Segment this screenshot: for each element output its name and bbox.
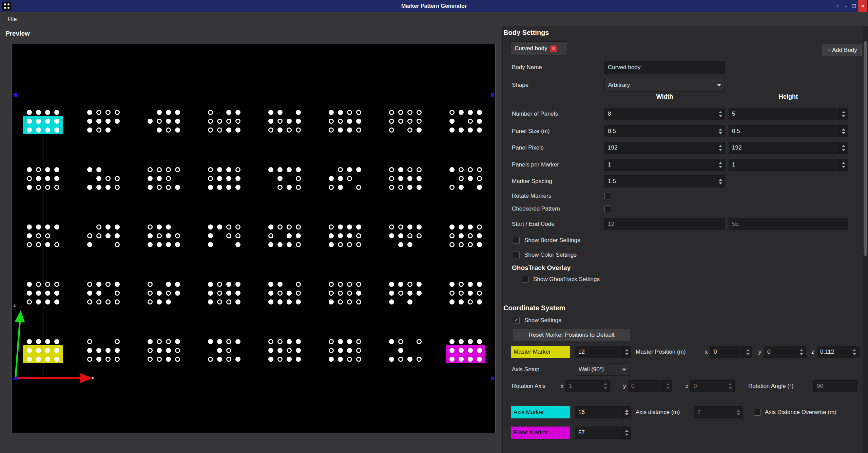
shade-button[interactable]: ↑ bbox=[834, 0, 842, 12]
axis-setup-select[interactable]: Wall (90°) bbox=[575, 363, 630, 376]
spin-down-icon[interactable] bbox=[625, 434, 629, 436]
marker-dot bbox=[105, 233, 111, 238]
spin-up-icon[interactable] bbox=[625, 410, 629, 412]
spin-up-icon[interactable] bbox=[842, 129, 845, 131]
scrollbar-thumb[interactable] bbox=[864, 41, 867, 256]
show-ghostrack-settings-checkbox[interactable] bbox=[522, 276, 528, 283]
spinner-arrows[interactable] bbox=[716, 142, 725, 154]
show-settings-checkbox[interactable]: ✓ bbox=[513, 317, 520, 324]
spinner-arrows[interactable] bbox=[839, 125, 848, 137]
spin-up-icon[interactable] bbox=[746, 349, 750, 351]
spin-up-icon[interactable] bbox=[842, 145, 845, 147]
spin-up-icon[interactable] bbox=[719, 162, 722, 164]
marker-dot bbox=[347, 357, 352, 362]
body-name-input[interactable]: Curved body bbox=[604, 61, 725, 74]
spin-down-icon[interactable] bbox=[625, 413, 629, 415]
body-corner-handle-bottom-right[interactable] bbox=[491, 377, 494, 380]
spinner-arrows[interactable] bbox=[622, 346, 631, 358]
marker-dot bbox=[157, 224, 162, 230]
number-of-panels-height-spinner[interactable]: 5 bbox=[729, 108, 848, 120]
spinner-arrows[interactable] bbox=[839, 108, 848, 120]
panel-size-width-spinner[interactable]: 0.5 bbox=[604, 125, 725, 137]
marker bbox=[87, 339, 120, 362]
start-code-input[interactable]: 12 bbox=[604, 218, 725, 230]
spin-up-icon[interactable] bbox=[800, 349, 803, 351]
spinner-arrows[interactable] bbox=[850, 346, 859, 358]
panels-per-marker-height-spinner[interactable]: 1 bbox=[729, 159, 848, 171]
spin-up-icon[interactable] bbox=[719, 111, 722, 113]
preview-viewport[interactable]: z x bbox=[12, 44, 496, 433]
rotate-markers-checkbox[interactable] bbox=[604, 193, 611, 199]
master-marker-spinner[interactable]: 12 bbox=[575, 346, 631, 358]
spin-down-icon[interactable] bbox=[625, 353, 629, 355]
marker-dot bbox=[87, 185, 92, 190]
spin-up-icon[interactable] bbox=[842, 111, 845, 113]
panel-pixels-width-spinner[interactable]: 192 bbox=[604, 142, 725, 154]
tab-curved-body[interactable]: Curved body ✕ bbox=[511, 41, 567, 55]
shape-select[interactable]: Arbitrary bbox=[604, 79, 725, 92]
minimize-button[interactable]: − bbox=[842, 0, 850, 12]
body-corner-handle-top-left[interactable] bbox=[14, 93, 17, 97]
show-border-settings-checkbox[interactable] bbox=[513, 237, 520, 244]
spin-down-icon[interactable] bbox=[746, 353, 750, 355]
spin-down-icon[interactable] bbox=[719, 149, 722, 151]
spinner-arrows[interactable] bbox=[716, 159, 725, 171]
marker bbox=[268, 224, 301, 247]
spinner-arrows[interactable] bbox=[716, 108, 725, 120]
checkered-pattern-checkbox[interactable] bbox=[604, 205, 611, 212]
axis-marker-spinner[interactable]: 16 bbox=[575, 406, 631, 418]
show-color-settings-checkbox[interactable] bbox=[513, 252, 520, 258]
body-corner-handle-top-right[interactable] bbox=[491, 93, 494, 97]
close-button[interactable]: ✕ bbox=[858, 0, 867, 12]
axis-distance-overwrite-checkbox[interactable] bbox=[754, 409, 761, 416]
spin-down-icon[interactable] bbox=[719, 115, 722, 117]
panels-per-marker-width-spinner[interactable]: 1 bbox=[604, 159, 725, 171]
number-of-panels-width-spinner[interactable]: 8 bbox=[604, 108, 725, 120]
master-position-x-spinner[interactable]: 0 bbox=[710, 346, 752, 358]
plane-marker-spinner[interactable]: 57 bbox=[575, 427, 631, 439]
marker-dot bbox=[296, 127, 301, 133]
rotation-angle-label: Rotation Angle (°) bbox=[748, 380, 793, 392]
add-body-button[interactable]: + Add Body bbox=[823, 44, 862, 56]
marker-dot bbox=[356, 348, 361, 353]
spin-up-icon[interactable] bbox=[719, 179, 722, 181]
spin-up-icon[interactable] bbox=[625, 430, 629, 432]
end-code-input[interactable]: 5b bbox=[729, 218, 848, 230]
spinner-arrows[interactable] bbox=[839, 142, 848, 154]
spin-down-icon[interactable] bbox=[719, 132, 722, 134]
marker-dot bbox=[459, 127, 464, 133]
spinner-arrows[interactable] bbox=[744, 346, 752, 358]
spinner-arrows[interactable] bbox=[622, 427, 631, 438]
spin-down-icon[interactable] bbox=[853, 353, 856, 355]
master-position-y-spinner[interactable]: 0 bbox=[764, 346, 806, 358]
spin-down-icon[interactable] bbox=[800, 353, 803, 355]
reset-marker-positions-button[interactable]: Reset Marker Positions to Default bbox=[513, 329, 630, 341]
spin-up-icon[interactable] bbox=[625, 349, 629, 351]
spinner-arrows[interactable] bbox=[839, 159, 848, 171]
marker bbox=[389, 110, 422, 133]
spin-up-icon[interactable] bbox=[719, 145, 722, 147]
spinner-arrows[interactable] bbox=[622, 407, 631, 418]
tab-close-icon[interactable]: ✕ bbox=[550, 45, 557, 52]
spin-up-icon[interactable] bbox=[719, 129, 722, 131]
spin-down-icon[interactable] bbox=[842, 115, 845, 117]
spin-down-icon[interactable] bbox=[842, 149, 845, 151]
spin-down-icon[interactable] bbox=[719, 166, 722, 168]
marker bbox=[389, 282, 422, 304]
spin-down-icon[interactable] bbox=[842, 166, 845, 168]
panel-size-height-spinner[interactable]: 0.5 bbox=[729, 125, 848, 137]
spin-up-icon[interactable] bbox=[842, 162, 845, 164]
spinner-arrows[interactable] bbox=[716, 176, 725, 187]
marker-spacing-spinner[interactable]: 1.5 bbox=[604, 175, 725, 188]
master-position-z-spinner[interactable]: 0.112 bbox=[817, 346, 859, 358]
spin-down-icon[interactable] bbox=[842, 132, 845, 134]
panel-pixels-height-spinner[interactable]: 192 bbox=[729, 142, 848, 154]
body-corner-handle-bottom-left[interactable] bbox=[14, 377, 17, 380]
maximize-button[interactable]: ❐ bbox=[850, 0, 858, 12]
spin-down-icon[interactable] bbox=[719, 182, 722, 184]
menu-file[interactable]: File bbox=[5, 12, 19, 26]
spinner-arrows[interactable] bbox=[716, 125, 725, 137]
spin-up-icon[interactable] bbox=[853, 349, 856, 351]
vertical-scrollbar[interactable] bbox=[863, 26, 868, 453]
spinner-arrows[interactable] bbox=[797, 346, 806, 358]
